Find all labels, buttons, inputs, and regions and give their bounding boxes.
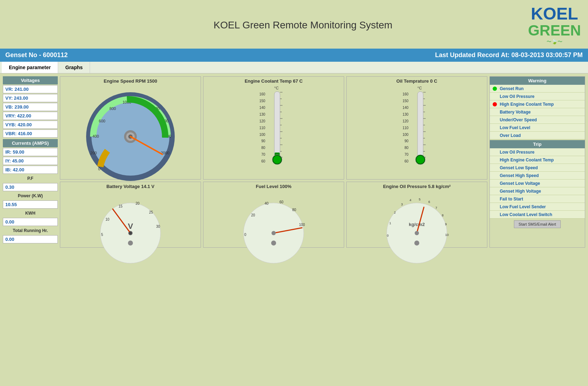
svg-text:800: 800 <box>110 106 116 111</box>
svg-text:°C: °C <box>418 86 422 90</box>
overload-dot <box>493 133 497 138</box>
warning-over-speed-label: Under/Over Speed <box>500 117 537 122</box>
svg-text:30: 30 <box>156 225 160 228</box>
trip-low-oil: Low Oil Pressure <box>490 148 585 156</box>
oil-temp-title: Oil Temprature 0 C <box>396 78 437 84</box>
warning-genset-run: Genset Run <box>490 85 585 93</box>
svg-point-36 <box>416 156 424 164</box>
fuel-gauge-svg: 0 20 40 60 80 100 <box>238 191 309 246</box>
trip-high-speed: Genset High Speed <box>490 172 585 180</box>
coolant-temp-panel: Engine Coolant Temp 67 C 160150140130120… <box>203 76 344 180</box>
rpm-panel: Engine Speed RPM 1500 0 200 400 600 800 <box>60 76 201 180</box>
trip-high-coolant-dot <box>493 158 497 162</box>
oil-pressure-title: Engine Oil Pressure 5.8 kg/cm² <box>383 184 451 189</box>
sms-alert-button[interactable]: Start SMS/Email Alert <box>514 220 561 228</box>
ir-value: IR: 59.00 <box>3 148 58 156</box>
warnings-panel: Warning Genset Run Low Oil Pressure High… <box>489 76 585 248</box>
warning-low-fuel: Low Fuel Level <box>490 124 585 132</box>
svg-text:600: 600 <box>99 119 105 123</box>
trip-high-voltage: Genset High Voltage <box>490 187 585 195</box>
genset-bar: Genset No - 6000112 Last Updated Record … <box>0 49 588 62</box>
battery-gauge-svg: 5 10 15 20 25 30 V <box>95 191 166 246</box>
tabs-bar: Engine parameter Graphs <box>0 62 588 73</box>
svg-point-69 <box>271 241 276 246</box>
svg-text:400: 400 <box>93 134 99 138</box>
trip-low-fuel-sender-label: Low Fuel Level Sender <box>500 204 546 209</box>
running-label: Total Running Hr. <box>3 227 58 235</box>
svg-text:25: 25 <box>149 210 153 214</box>
voltages-header: Voltages <box>3 76 58 84</box>
oil-temp-panel: Oil Temprature 0 C 160150140130120110100… <box>346 76 487 180</box>
warning-genset-run-label: Genset Run <box>500 86 523 91</box>
trip-low-speed: Genset Low Speed <box>490 164 585 172</box>
tab-graphs[interactable]: Graphs <box>58 62 90 73</box>
vyb-value: VYB: 420.00 <box>3 121 58 129</box>
svg-text:10: 10 <box>445 233 449 237</box>
svg-text:80: 80 <box>292 208 296 212</box>
trip-low-oil-label: Low Oil Pressure <box>500 150 534 155</box>
warning-battery: Battery Voltage <box>490 108 585 116</box>
svg-point-58 <box>129 232 132 235</box>
coolant-temp-title: Engine Coolant Temp 67 C <box>245 78 303 84</box>
trip-header: Trip <box>490 140 585 148</box>
svg-text:1: 1 <box>389 221 391 225</box>
svg-text:20: 20 <box>251 213 255 217</box>
high-coolant-dot <box>493 102 497 106</box>
rpm-gauge-svg: 0 200 400 600 800 1000 1200 1400 1600 18… <box>81 85 180 177</box>
svg-text:°C: °C <box>274 86 279 90</box>
power-label: Power (K.W) <box>3 192 58 200</box>
svg-text:6: 6 <box>428 200 430 204</box>
vbr-value: VBR: 416.00 <box>3 129 58 138</box>
trip-fail-start: Fail to Start <box>490 195 585 203</box>
oil-pressure-panel: Engine Oil Pressure 5.8 kg/cm² 0 1 2 3 4… <box>346 182 487 248</box>
svg-text:5: 5 <box>419 198 420 201</box>
warning-high-coolant: High Engine Coolant Temp <box>490 100 585 108</box>
svg-text:0: 0 <box>98 167 100 171</box>
warning-low-fuel-label: Low Fuel Level <box>500 125 530 130</box>
svg-point-68 <box>271 231 276 235</box>
oil-thermo-svg: °C <box>410 85 431 170</box>
warning-overload-label: Over Load <box>500 133 521 138</box>
trip-low-coolant-switch-dot <box>493 213 497 217</box>
svg-text:4: 4 <box>409 198 411 202</box>
running-value: 0.00 <box>3 235 58 243</box>
trip-low-oil-dot <box>493 150 497 154</box>
power-value: 10.55 <box>3 200 58 209</box>
fuel-panel: Fuel Level 100% 0 20 40 60 80 100 <box>203 182 344 248</box>
low-fuel-dot <box>493 126 497 130</box>
trip-low-coolant-switch-label: Low Coolant Level Switch <box>500 212 552 217</box>
coolant-thermo-svg: °C <box>267 85 288 170</box>
svg-point-59 <box>128 241 133 246</box>
trip-low-voltage: Genset Low Voltage <box>490 180 585 187</box>
trip-high-voltage-dot <box>493 189 497 193</box>
svg-text:kg/cm2: kg/cm2 <box>409 222 425 227</box>
warnings-header: Warning <box>490 77 585 85</box>
fuel-title: Fuel Level 100% <box>256 184 291 189</box>
rpm-title: Engine Speed RPM 1500 <box>104 78 157 84</box>
vr-value: VR: 241.00 <box>3 85 58 93</box>
last-updated: Last Updated Record At: 08-03-2013 03:00… <box>435 51 583 59</box>
svg-text:0: 0 <box>244 233 246 237</box>
battery-title: Battery Voltage 14.1 V <box>106 184 155 189</box>
trip-fail-start-dot <box>493 197 497 201</box>
kwh-label: KWH <box>3 209 58 217</box>
currents-header: Currents (AMPS) <box>3 139 58 147</box>
tab-engine-parameter[interactable]: Engine parameter <box>2 62 58 73</box>
iy-value: IY: 45.00 <box>3 157 58 165</box>
svg-text:2: 2 <box>394 211 396 214</box>
genset-number: Genset No - 6000112 <box>5 51 68 59</box>
warning-battery-label: Battery Voltage <box>500 110 531 115</box>
svg-text:200: 200 <box>90 151 97 155</box>
svg-rect-34 <box>418 92 423 157</box>
svg-point-21 <box>273 156 281 164</box>
vry-value: VRY: 422.00 <box>3 112 58 120</box>
warning-low-oil-label: Low Oil Pressure <box>500 94 534 99</box>
svg-rect-18 <box>274 92 280 157</box>
svg-text:3: 3 <box>401 203 403 206</box>
logo: KOEL GREEN 〜🍃〜 <box>528 5 581 45</box>
page-title: KOEL Green Remote Monitoring System <box>78 20 528 31</box>
svg-text:7: 7 <box>435 206 437 210</box>
trip-low-coolant-switch: Low Coolant Level Switch <box>490 211 585 219</box>
trip-high-voltage-label: Genset High Voltage <box>500 189 541 194</box>
center-area: Engine Speed RPM 1500 0 200 400 600 800 <box>60 76 487 248</box>
